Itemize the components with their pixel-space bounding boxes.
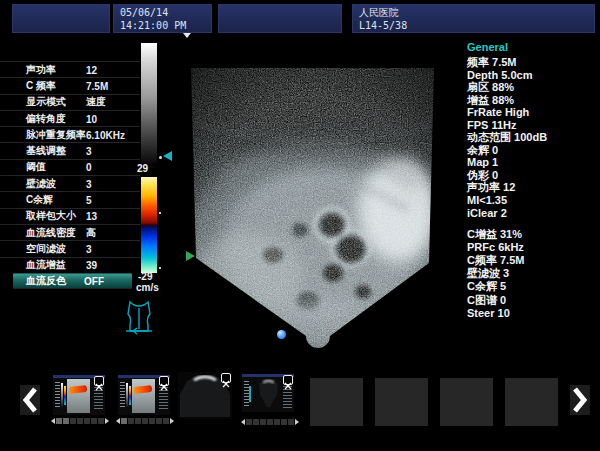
parameter-label: 声功率 (26, 63, 56, 77)
parameter-row[interactable]: 空间滤波 3 (0, 240, 140, 256)
parameter-value: 3 (86, 146, 92, 157)
close-icon[interactable] (94, 376, 104, 386)
datetime-text: 05/06/1414:21:00 PM (120, 6, 186, 32)
parameter-panel: 声功率 12 C 频率 7.5M 显示模式 速度 偏转角度 10 脉冲重复频率 … (0, 61, 140, 289)
thumbnails-next-button[interactable] (570, 385, 590, 415)
parameter-label: C余辉 (26, 193, 53, 207)
parameter-value: 速度 (86, 95, 106, 109)
parameter-row[interactable]: 血流反色 OFF (13, 273, 132, 289)
close-icon[interactable] (159, 376, 169, 386)
filmstrip-right-arrow-icon (295, 419, 299, 425)
empty-thumbnail-slot (440, 378, 493, 426)
info-line: iClear 2 (467, 207, 599, 220)
thumbnail-doppler-1[interactable] (53, 375, 105, 415)
focus-marker-icon (186, 251, 195, 261)
info-line: FPS 11Hz (467, 119, 599, 132)
parameter-row[interactable]: 偏转角度 10 (0, 110, 140, 126)
info-line: C增益 31% (467, 228, 599, 241)
colorbar-tick (159, 267, 161, 269)
color-doppler-bar (141, 177, 157, 273)
topbar-hospital-box: 人民医院L14-5/38 (352, 4, 595, 33)
thumb-filmstrip (241, 417, 299, 426)
info-line: 伪彩 0 (467, 169, 599, 182)
parameter-label: C 频率 (26, 79, 56, 93)
parameter-label: 偏转角度 (26, 112, 66, 126)
probe-model: L14-5/38 (359, 20, 407, 31)
thumb-colorbar (64, 386, 66, 405)
info-line: C余辉 5 (467, 280, 599, 293)
velocity-min-label: -29 (138, 271, 152, 282)
info-line: Depth 5.0cm (467, 69, 599, 82)
info-line: 扇区 88% (467, 81, 599, 94)
ultrasound-image[interactable] (178, 40, 454, 360)
parameter-value: 3 (86, 243, 92, 254)
thumb-image (132, 379, 155, 413)
info-line: Map 1 (467, 156, 599, 169)
body-marker-icon (123, 298, 155, 338)
thumb-teal-bar (249, 386, 251, 402)
topbar-box-empty-1 (12, 4, 110, 33)
hospital-name: 人民医院 (359, 7, 399, 18)
info-line: 增益 88% (467, 94, 599, 107)
parameter-row[interactable]: 血流线密度 高 (0, 224, 140, 240)
parameter-row[interactable]: 基线调整 3 (0, 142, 140, 158)
chevron-right-icon (570, 385, 590, 415)
focal-point-dot (277, 330, 286, 339)
chevron-left-icon (20, 385, 40, 415)
b-mode-info-group: 频率 7.5M Depth 5.0cm 扇区 88% 增益 88% FrRate… (467, 56, 599, 219)
empty-thumbnail-slot (375, 378, 428, 426)
time-text: 14:21:00 PM (120, 20, 186, 31)
filmstrip-left-arrow-icon (116, 418, 120, 424)
filmstrip-right-arrow-icon (105, 418, 109, 424)
info-line: FrRate High (467, 106, 599, 119)
gray-cursor-dot (159, 156, 162, 159)
info-line: C频率 7.5M (467, 254, 599, 267)
topbar-pointer-icon (183, 33, 191, 38)
parameter-row[interactable]: 取样包大小 13 (0, 208, 140, 224)
filmstrip-left-arrow-icon (51, 418, 55, 424)
thumb-filmstrip (116, 416, 174, 425)
info-line: 声功率 12 (467, 181, 599, 194)
parameter-label: 血流线密度 (26, 226, 76, 240)
info-line: 动态范围 100dB (467, 131, 599, 144)
info-line: PRFc 6kHz (467, 241, 599, 254)
parameter-row[interactable]: 声功率 12 (0, 61, 140, 77)
parameter-row[interactable]: C余辉 5 (0, 191, 140, 207)
parameter-label: 壁滤波 (26, 177, 56, 191)
thumbnail-fan-screen[interactable] (242, 374, 294, 412)
parameter-label: 血流反色 (26, 274, 66, 288)
color-mode-info-group: C增益 31% PRFc 6kHz C频率 7.5M 壁滤波 3 C余辉 5 C… (467, 228, 599, 320)
topbar-box-empty-2 (218, 4, 342, 33)
thumbnail-convex-dark[interactable] (178, 372, 232, 419)
parameter-label: 基线调整 (26, 144, 66, 158)
velocity-unit-label: cm/s (136, 282, 159, 293)
thumb-colorbar (129, 386, 131, 405)
hospital-probe-text: 人民医院L14-5/38 (359, 6, 407, 32)
parameter-row[interactable]: C 频率 7.5M (0, 77, 140, 93)
info-line: 频率 7.5M (467, 56, 599, 69)
filmstrip-right-arrow-icon (170, 418, 174, 424)
parameter-label: 脉冲重复频率 (26, 128, 86, 142)
velocity-max-label: 29 (137, 163, 148, 174)
parameter-row[interactable]: 显示模式 速度 (0, 94, 140, 110)
thumbnail-doppler-2[interactable] (118, 375, 170, 415)
parameter-row[interactable]: 壁滤波 3 (0, 175, 140, 191)
gray-map-cursor-icon (163, 151, 172, 161)
thumb-left-text (120, 382, 125, 408)
thumb-left-text (55, 382, 60, 408)
thumbnails-prev-button[interactable] (20, 385, 40, 415)
parameter-value: 10 (86, 113, 97, 124)
date-text: 05/06/14 (120, 7, 168, 18)
parameter-row[interactable]: 阈值 0 (0, 159, 140, 175)
thumb-graybar (61, 383, 63, 407)
close-icon[interactable] (221, 373, 231, 383)
parameter-row[interactable]: 脉冲重复频率 6.10KHz (0, 126, 140, 142)
parameter-value: 39 (86, 260, 97, 271)
thumb-image (67, 379, 90, 413)
parameter-label: 空间滤波 (26, 242, 66, 256)
grayscale-bar (141, 43, 157, 163)
close-icon[interactable] (283, 375, 293, 385)
thumb-graybar (126, 383, 128, 407)
parameter-value: 12 (86, 64, 97, 75)
parameter-row[interactable]: 血流增益 39 (0, 257, 140, 273)
